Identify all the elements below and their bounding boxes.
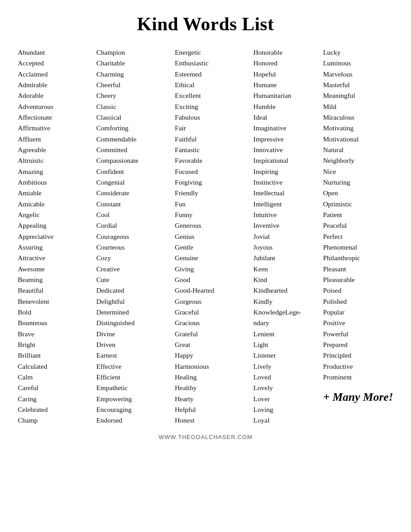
list-item: Adventurous <box>18 101 80 112</box>
list-item: Earnest <box>97 350 159 361</box>
list-item: Champ <box>18 415 80 426</box>
list-item: Beaming <box>18 274 80 285</box>
list-item: Esteemed <box>175 69 237 80</box>
list-item: Graceful <box>175 307 237 318</box>
list-item: Endorsed <box>97 415 159 426</box>
list-item: Accepted <box>18 58 80 69</box>
list-item: Abundant <box>18 47 80 58</box>
list-item: Harmonious <box>175 361 237 372</box>
list-item: Assuring <box>18 242 80 253</box>
list-item: Meaningful <box>323 90 393 101</box>
list-item: Charming <box>97 69 159 80</box>
list-item: Friendly <box>175 188 237 198</box>
list-item: Careful <box>18 383 80 393</box>
list-item: Honored <box>254 58 307 69</box>
list-item: Excellent <box>175 90 237 101</box>
list-item: Courageous <box>97 231 159 242</box>
list-item: Awesome <box>18 264 80 274</box>
list-item: Caring <box>18 394 80 404</box>
list-item: Cute <box>97 274 159 285</box>
footer-url: WWW.THEGOALCHASER.COM <box>18 434 393 440</box>
list-item: Cheerful <box>97 80 159 90</box>
list-item: Good-Hearted <box>175 285 237 296</box>
list-item: Philanthropic <box>323 253 393 263</box>
page-title: Kind Words List <box>18 13 393 35</box>
list-item: Loyal <box>254 415 307 426</box>
list-item: Motivating <box>323 123 393 133</box>
list-item: Hearty <box>175 394 237 404</box>
list-item: Phenomenal <box>323 242 393 253</box>
list-item: Adorable <box>18 90 80 101</box>
list-item: Encouraging <box>97 404 159 415</box>
list-item: Loved <box>254 372 307 383</box>
list-item: Poised <box>323 285 393 296</box>
list-item: Happy <box>175 350 237 361</box>
list-item: Faithful <box>175 134 237 145</box>
list-item: Masterful <box>323 80 393 90</box>
list-item: Pleasurable <box>323 274 393 285</box>
list-item: Classical <box>97 112 159 123</box>
list-item: Luminous <box>323 58 393 69</box>
many-more-text: + Many More! <box>323 391 393 404</box>
list-item: Calculated <box>18 361 80 372</box>
word-columns: AbundantAcceptedAcclaimedAdmirableAdorab… <box>18 47 393 426</box>
list-item: Bright <box>18 339 80 350</box>
list-item: Innovative <box>254 145 307 155</box>
list-item: Grateful <box>175 329 237 339</box>
list-item: Principled <box>323 350 393 361</box>
list-item: Lovely <box>254 383 307 393</box>
list-item: Compassionate <box>97 155 159 166</box>
column-5: LuckyLuminousMarvelousMasterfulMeaningfu… <box>323 47 393 404</box>
list-item: Driven <box>97 339 159 350</box>
list-item: Bold <box>18 307 80 318</box>
list-item: Pleasant <box>323 264 393 274</box>
list-item: Good <box>175 274 237 285</box>
list-item: Fair <box>175 123 237 133</box>
list-item: Appealing <box>18 220 80 231</box>
column-1: AbundantAcceptedAcclaimedAdmirableAdorab… <box>18 47 80 426</box>
list-item: Fun <box>175 199 237 210</box>
list-item: Favorable <box>175 155 237 166</box>
list-item: Healthy <box>175 383 237 393</box>
list-item: Kind <box>254 274 307 285</box>
list-item: Confident <box>97 166 159 177</box>
list-item: Intellectual <box>254 188 307 198</box>
list-item: Intelligent <box>254 199 307 210</box>
list-item: Nice <box>323 166 393 177</box>
list-item: Generous <box>175 220 237 231</box>
list-item: Amazing <box>18 166 80 177</box>
list-item: Lucky <box>323 47 393 58</box>
list-item: Inspiring <box>254 166 307 177</box>
list-item: Gracious <box>175 318 237 328</box>
list-item: Humane <box>254 80 307 90</box>
list-item: Angelic <box>18 210 80 220</box>
list-item: Instinctive <box>254 177 307 188</box>
list-item: Fantastic <box>175 145 237 155</box>
list-item: Forgiving <box>175 177 237 188</box>
list-item: Prominent <box>323 372 393 383</box>
list-item: Distinguished <box>97 318 159 328</box>
list-item: Bounteous <box>18 318 80 328</box>
list-item: Champion <box>97 47 159 58</box>
list-item: Exciting <box>175 101 237 112</box>
list-item: Positive <box>323 318 393 328</box>
list-item: Considerate <box>97 188 159 198</box>
list-item: Humble <box>254 101 307 112</box>
list-item: Congenial <box>97 177 159 188</box>
list-item: Energetic <box>175 47 237 58</box>
list-item: Mild <box>323 101 393 112</box>
list-item: Altruistic <box>18 155 80 166</box>
list-item: Lenient <box>254 329 307 339</box>
list-item: Light <box>254 339 307 350</box>
list-item: Joyous <box>254 242 307 253</box>
list-item: Gorgeous <box>175 296 237 307</box>
list-item: Courteous <box>97 242 159 253</box>
list-item: Committed <box>97 145 159 155</box>
list-item: Lover <box>254 394 307 404</box>
list-item: Affirmative <box>18 123 80 133</box>
column-3: EnergeticEnthusiasticEsteemedEthicalExce… <box>175 47 237 426</box>
list-item: Genuine <box>175 253 237 263</box>
list-item: Great <box>175 339 237 350</box>
list-item: Cordial <box>97 220 159 231</box>
list-item: Ethical <box>175 80 237 90</box>
